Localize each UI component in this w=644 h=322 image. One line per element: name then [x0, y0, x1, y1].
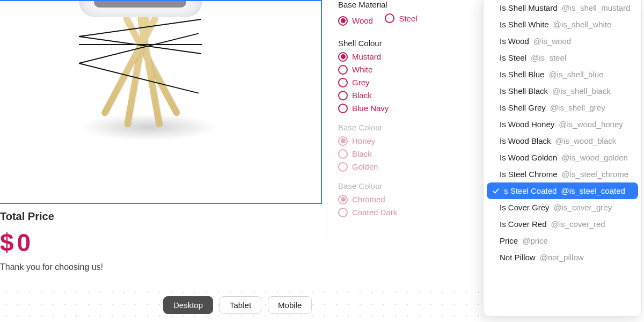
radio-icon: [338, 78, 348, 87]
variable-label: Is Shell Grey: [500, 103, 546, 112]
variable-row[interactable]: s Steel Coated@is_steel_coated: [487, 182, 638, 199]
variable-id: @is_steel: [531, 53, 566, 62]
variable-row[interactable]: Is Wood Golden@is_wood_golden: [484, 149, 641, 166]
variable-row[interactable]: Is Shell Grey@is_shell_grey: [484, 99, 641, 116]
variable-label: Not Pillow: [500, 253, 536, 262]
radio-wood[interactable]: Wood: [338, 16, 373, 26]
base-colour-steel-label: Base Colour: [338, 181, 488, 191]
preview-canvas[interactable]: [0, 0, 322, 204]
radio-mustard[interactable]: Mustard: [338, 52, 488, 62]
price-title: Total Price: [0, 210, 103, 223]
thank-you-text: Thank you for choosing us!: [0, 262, 103, 272]
radio-icon: [338, 65, 348, 75]
variable-row[interactable]: Is Shell Black@is_shell_black: [484, 83, 641, 99]
radio-icon: [338, 91, 348, 100]
radio-steel[interactable]: Steel: [385, 13, 417, 23]
variable-id: @is_shell_grey: [550, 103, 605, 112]
variable-row[interactable]: Is Steel@is_steel: [484, 49, 641, 66]
variable-id: @is_shell_black: [552, 86, 611, 96]
variable-label: Price: [500, 236, 518, 245]
radio-grey[interactable]: Grey: [338, 78, 488, 87]
variable-row[interactable]: Is Wood@is_wood: [484, 33, 641, 49]
variable-row[interactable]: Is Shell Blue@is_shell_blue: [484, 66, 641, 83]
viewport-mobile-button[interactable]: Mobile: [268, 296, 312, 314]
variable-label: Is Shell Black: [500, 86, 548, 96]
variable-id: @is_wood_honey: [559, 120, 623, 129]
radio-black-wood[interactable]: Black: [338, 149, 488, 159]
base-colour-wood-group: Base Colour Honey Black Golden: [338, 123, 488, 172]
variable-id: @is_shell_blue: [548, 70, 603, 79]
variable-row[interactable]: Is Cover Red@is_cover_red: [484, 216, 641, 232]
radio-golden[interactable]: Golden: [338, 162, 488, 172]
variable-row[interactable]: Is Wood Black@is_wood_black: [484, 133, 641, 149]
radio-icon: [338, 52, 348, 62]
variable-row[interactable]: Not Pillow@not_pillow: [484, 249, 641, 266]
variable-label: Is Shell Mustard: [500, 3, 558, 12]
chair-image: [0, 1, 321, 203]
variable-row[interactable]: Is Steel Chrome@is_steel_chrome: [484, 166, 641, 182]
variable-row[interactable]: Is Cover Grey@is_cover_grey: [484, 199, 641, 216]
variable-label: Is Steel Chrome: [500, 170, 558, 179]
variable-label: Is Shell Blue: [500, 70, 544, 79]
radio-white[interactable]: White: [338, 65, 488, 75]
radio-blue-navy[interactable]: Blue Navy: [338, 104, 488, 113]
base-colour-wood-label: Base Colour: [338, 123, 488, 132]
viewport-tablet-button[interactable]: Tablet: [219, 296, 261, 314]
price-value: $0: [0, 228, 103, 257]
radio-icon: [338, 149, 348, 159]
base-material-label: Base Material: [338, 0, 488, 9]
variable-id: @is_cover_grey: [554, 203, 612, 212]
radio-icon: [338, 104, 348, 113]
radio-icon: [338, 195, 348, 204]
variable-id: @is_steel_chrome: [562, 170, 628, 179]
currency-symbol: $: [0, 229, 14, 257]
variable-id: @not_pillow: [540, 253, 584, 262]
variable-label: Is Cover Red: [500, 219, 547, 229]
variable-id: @is_shell_white: [553, 20, 612, 29]
radio-icon: [338, 16, 348, 26]
variable-label: Is Steel: [500, 53, 526, 62]
variable-label: s Steel Coated: [504, 186, 557, 195]
variable-id: @is_wood: [533, 36, 571, 46]
price-block: Total Price $0 Thank you for choosing us…: [0, 210, 103, 272]
variable-dropdown-panel[interactable]: Is Shell Mustard@is_shell_mustardIs Shel…: [483, 0, 642, 317]
radio-icon: [338, 136, 348, 146]
radio-icon: [338, 208, 348, 217]
radio-coated-dark[interactable]: Coated Dark: [338, 208, 488, 217]
radio-black[interactable]: Black: [338, 91, 488, 100]
variable-label: Is Wood Black: [500, 136, 551, 145]
variable-row[interactable]: Price@price: [484, 232, 641, 249]
variable-label: Is Wood Golden: [500, 153, 557, 162]
variable-row[interactable]: Is Wood Honey@is_wood_honey: [484, 116, 641, 133]
base-material-group: Base Material Wood Steel: [338, 0, 488, 29]
variable-row[interactable]: Is Shell White@is_shell_white: [484, 16, 641, 33]
variable-id: @is_shell_mustard: [562, 3, 631, 12]
variable-id: @is_steel_coated: [561, 186, 625, 195]
radio-chromed[interactable]: Chromed: [338, 195, 488, 204]
viewport-desktop-button[interactable]: Desktop: [163, 296, 213, 314]
viewport-switcher: Desktop Tablet Mobile: [163, 296, 312, 314]
variable-id: @is_wood_black: [555, 136, 617, 145]
variable-label: Is Wood: [500, 36, 529, 46]
radio-honey[interactable]: Honey: [338, 136, 488, 146]
variable-row[interactable]: Is Shell Mustard@is_shell_mustard: [484, 0, 641, 16]
product-options: Base Material Wood Steel Shell Colour Mu…: [327, 0, 488, 238]
radio-icon: [385, 13, 394, 23]
shell-colour-group: Shell Colour Mustard White Grey Black Bl…: [338, 39, 488, 113]
variable-label: Is Shell White: [500, 20, 549, 29]
base-colour-steel-group: Base Colour Chromed Coated Dark: [338, 181, 488, 217]
variable-label: Is Cover Grey: [500, 203, 550, 212]
shell-colour-label: Shell Colour: [338, 39, 488, 48]
variable-id: @is_wood_golden: [561, 153, 628, 162]
radio-icon: [338, 162, 348, 172]
check-icon: [492, 187, 500, 195]
price-number: 0: [17, 229, 31, 257]
variable-id: @price: [522, 236, 548, 245]
variable-id: @is_cover_red: [551, 219, 605, 229]
variable-label: Is Wood Honey: [500, 120, 554, 129]
